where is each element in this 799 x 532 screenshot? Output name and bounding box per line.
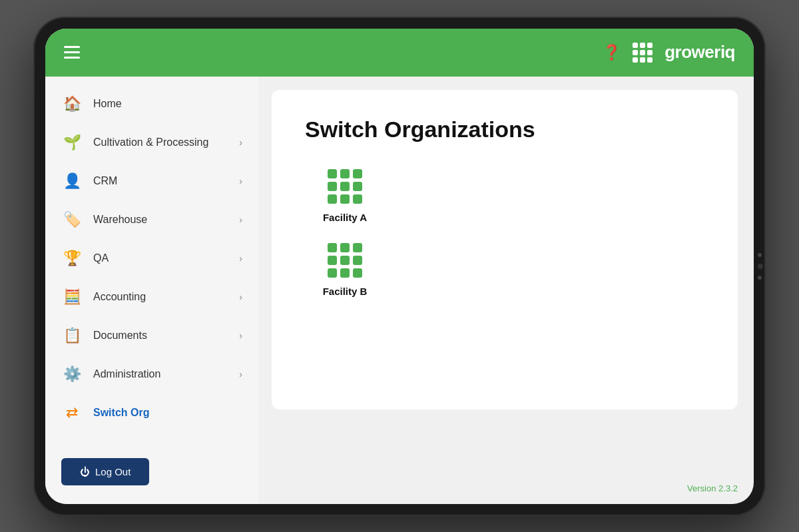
facility-a-item[interactable]: Facility A [305,169,385,223]
sidebar: 🏠 Home 🌱 Cultivation & Processing › 👤 CR… [45,77,258,504]
facility-a-label: Facility A [323,212,367,223]
chevron-right-icon: › [239,292,242,302]
sidebar-item-cultivation[interactable]: 🌱 Cultivation & Processing › [45,123,258,162]
sidebar-item-warehouse[interactable]: 🏷️ Warehouse › [45,200,258,239]
logout-button[interactable]: ⏻ Log Out [61,458,149,485]
crm-icon: 👤 [61,170,83,192]
sidebar-item-administration[interactable]: ⚙️ Administration › [45,355,258,394]
sidebar-label-switchorg: Switch Org [93,407,242,419]
accounting-icon: 🧮 [61,286,83,308]
sidebar-item-documents[interactable]: 📋 Documents › [45,316,258,355]
top-bar: ❓ groweriq [45,29,754,77]
facility-b-item[interactable]: Facility B [305,243,385,297]
hamburger-menu-button[interactable] [64,46,80,59]
side-dot [758,264,763,269]
side-dot [758,253,762,257]
facility-a-icon [328,169,362,204]
page-title: Switch Organizations [305,117,704,142]
sidebar-label-crm: CRM [93,175,239,187]
device-screen: ❓ groweriq 🏠 [45,29,754,504]
sidebar-label-warehouse: Warehouse [93,214,239,226]
chevron-right-icon: › [239,176,242,186]
facility-b-icon [328,243,362,278]
main-layout: 🏠 Home 🌱 Cultivation & Processing › 👤 CR… [45,77,754,504]
power-icon: ⏻ [80,466,90,477]
sidebar-item-crm[interactable]: 👤 CRM › [45,162,258,200]
documents-icon: 📋 [61,325,83,346]
chevron-right-icon: › [239,214,242,225]
home-icon: 🏠 [61,93,83,115]
sidebar-label-administration: Administration [93,368,239,380]
sidebar-label-home: Home [93,98,242,110]
switchorg-icon: ⇄ [61,402,83,423]
cultivation-icon: 🌱 [61,132,83,153]
help-icon[interactable]: ❓ [603,44,621,61]
chevron-right-icon: › [239,253,242,264]
logout-area: ⏻ Log Out [45,445,258,496]
administration-icon: ⚙️ [61,364,83,385]
chevron-right-icon: › [239,137,242,148]
content-card: Switch Organizations [272,90,738,409]
sidebar-item-accounting[interactable]: 🧮 Accounting › [45,278,258,316]
sidebar-label-cultivation: Cultivation & Processing [93,136,239,148]
logout-label: Log Out [95,466,131,477]
qa-icon: 🏆 [61,248,83,269]
logo-icon [633,43,653,63]
sidebar-label-qa: QA [93,252,239,264]
org-grid: Facility A [305,169,704,297]
sidebar-item-qa[interactable]: 🏆 QA › [45,239,258,278]
sidebar-item-switchorg[interactable]: ⇄ Switch Org [45,394,258,432]
logo-area: ❓ groweriq [603,42,735,63]
sidebar-label-accounting: Accounting [93,291,239,303]
version-text: Version 2.3.2 [687,483,738,493]
sidebar-item-home[interactable]: 🏠 Home [45,85,258,123]
device-frame: ❓ groweriq 🏠 [33,17,766,516]
chevron-right-icon: › [239,330,242,341]
chevron-right-icon: › [239,369,242,380]
content-area: Switch Organizations [258,77,754,504]
facility-b-label: Facility B [323,286,368,297]
warehouse-icon: 🏷️ [61,209,83,230]
side-dot [758,276,762,280]
logo-text: groweriq [665,42,735,63]
sidebar-label-documents: Documents [93,330,239,342]
